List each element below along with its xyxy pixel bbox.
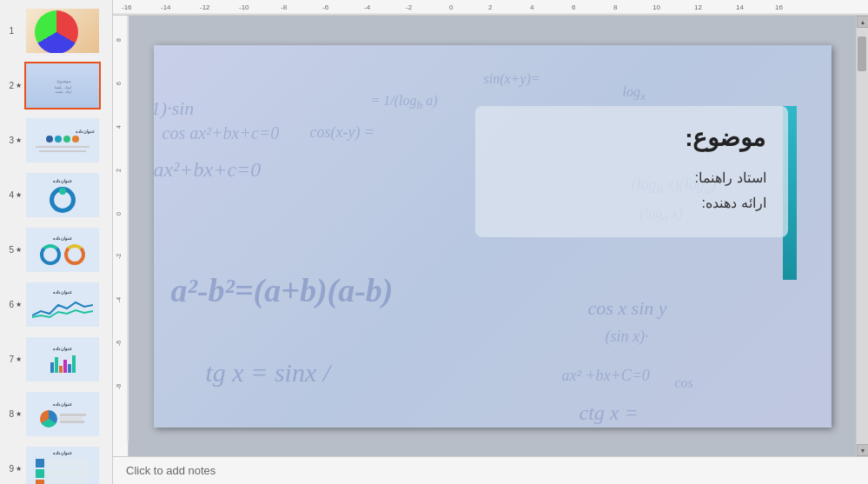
math-expr: -1)·sin xyxy=(154,97,195,120)
slide-item[interactable]: 5 ★ عنوان داده xyxy=(0,222,112,277)
svg-text:8: 8 xyxy=(116,38,122,42)
svg-text:0: 0 xyxy=(449,4,454,12)
svg-text:-4: -4 xyxy=(364,4,371,12)
slide-thumbnail[interactable] xyxy=(24,7,101,55)
svg-text:0: 0 xyxy=(116,212,122,215)
notes-placeholder: Click to add notes xyxy=(126,464,215,477)
slide-star: ★ xyxy=(16,355,23,363)
slide-star: ★ xyxy=(16,301,23,308)
slide-thumbnail[interactable]: عنوان داده xyxy=(24,116,101,164)
vertical-scrollbar[interactable]: ▲ ▼ xyxy=(856,16,868,456)
slide-number: 2 xyxy=(2,81,14,90)
ruler-canvas: -16 -14 -12 -10 -8 -6 -4 -2 0 2 4 6 8 10… xyxy=(113,0,868,15)
slide-star: ★ xyxy=(16,191,23,199)
slide-canvas[interactable]: -1)·sin cos ax²+bx+c=0 ax²+bx+c=0 a²-b²=… xyxy=(129,16,856,456)
scroll-down-button[interactable]: ▼ xyxy=(857,444,868,456)
thumb-content: عنوان داده xyxy=(26,447,99,484)
slide-number: 4 xyxy=(2,190,14,200)
math-expr: sin(x+y)= xyxy=(484,71,540,87)
notes-area[interactable]: Click to add notes xyxy=(113,456,868,484)
thumb-content: عنوان داده xyxy=(26,392,99,436)
slide-thumbnail[interactable]: عنوان داده xyxy=(24,171,101,219)
slide-item[interactable]: 6 ★ عنوان داده xyxy=(0,277,112,332)
scroll-track[interactable] xyxy=(857,28,868,444)
svg-text:-8: -8 xyxy=(116,384,122,389)
slide-star: ★ xyxy=(16,410,23,418)
slide-item[interactable]: 1 xyxy=(0,3,112,58)
svg-text:-12: -12 xyxy=(200,4,210,12)
thumb-content: موضوع: استاد راهنما: ارائه دهنده: xyxy=(26,63,99,108)
svg-text:14: 14 xyxy=(736,4,745,12)
slide-number: 6 xyxy=(2,300,14,309)
math-expr: ax²+bx+c=0 xyxy=(154,158,262,182)
thumb-content: عنوان داده xyxy=(26,173,99,217)
svg-text:4: 4 xyxy=(116,125,122,129)
math-expr: cos xyxy=(675,375,693,391)
slide-item[interactable]: 3 ★ عنوان داده xyxy=(0,113,112,168)
thumb-content: عنوان داده xyxy=(26,282,99,327)
slide-star: ★ xyxy=(16,246,23,254)
svg-text:8: 8 xyxy=(613,4,617,12)
svg-text:6: 6 xyxy=(116,82,122,85)
slide-item[interactable]: 8 ★ عنوان داده xyxy=(0,387,112,441)
math-expr: tg x = sinx / xyxy=(206,358,331,388)
svg-rect-19 xyxy=(113,16,129,441)
slide-star: ★ xyxy=(16,465,23,473)
ruler-left-canvas: 8 6 4 2 0 -2 -4 -6 -8 xyxy=(113,16,129,441)
svg-text:12: 12 xyxy=(694,4,702,12)
slide-number: 1 xyxy=(2,26,14,36)
svg-text:-10: -10 xyxy=(239,4,249,12)
slide-item[interactable]: 7 ★ عنوان داده xyxy=(0,332,112,387)
advisor-label: استاد راهنما: xyxy=(497,169,766,186)
svg-text:2: 2 xyxy=(116,169,122,172)
thumb-content: عنوان داده xyxy=(26,337,99,381)
thumb-content: عنوان داده xyxy=(26,118,99,162)
slide-number: 8 xyxy=(2,409,14,419)
svg-text:2: 2 xyxy=(488,4,492,12)
scroll-up-button[interactable]: ▲ xyxy=(857,16,868,28)
slide-star xyxy=(16,27,23,35)
scroll-thumb[interactable] xyxy=(858,36,866,71)
math-expr: = 1/(logb a) xyxy=(371,93,438,112)
slide-thumbnail[interactable]: عنوان داده xyxy=(24,226,101,274)
svg-text:-14: -14 xyxy=(161,4,171,12)
slide-item[interactable]: 2 ★ موضوع: استاد راهنما: ارائه دهنده: xyxy=(0,58,112,113)
math-expr: cos ax²+bx+c=0 xyxy=(162,123,280,143)
svg-text:-2: -2 xyxy=(116,254,122,259)
svg-text:16: 16 xyxy=(775,4,783,12)
ruler-left: 8 6 4 2 0 -2 -4 -6 -8 xyxy=(113,16,129,456)
math-expr: cos x sin y xyxy=(588,297,667,320)
slide-number: 3 xyxy=(2,136,14,145)
main-editing-area: -16 -14 -12 -10 -8 -6 -4 -2 0 2 4 6 8 10… xyxy=(113,0,868,484)
svg-text:-4: -4 xyxy=(116,297,122,302)
slide-thumbnail[interactable]: موضوع: استاد راهنما: ارائه دهنده: xyxy=(24,62,101,109)
thumb-content: عنوان داده xyxy=(26,228,99,272)
content-area: 8 6 4 2 0 -2 -4 -6 -8 -1)·sin cos ax²+bx… xyxy=(113,16,868,456)
slide-thumbnail[interactable]: عنوان داده xyxy=(24,390,101,438)
slide-thumbnail[interactable]: عنوان داده xyxy=(24,445,101,484)
math-expr: ctg x = xyxy=(580,401,639,425)
svg-text:4: 4 xyxy=(530,4,534,12)
slide-number: 7 xyxy=(2,355,14,364)
slide-number: 5 xyxy=(2,245,14,255)
slide-thumbnail[interactable]: عنوان داده xyxy=(24,281,101,328)
svg-text:6: 6 xyxy=(572,4,575,12)
slide-content-box[interactable]: موضوع: استاد راهنما: ارائه دهنده: xyxy=(475,106,788,237)
svg-text:-8: -8 xyxy=(281,4,287,12)
ruler-top: -16 -14 -12 -10 -8 -6 -4 -2 0 2 4 6 8 10… xyxy=(113,0,868,16)
math-expr: cos(x-y) = xyxy=(310,123,375,142)
math-expr: (sin x)· xyxy=(606,328,649,346)
thumb-content xyxy=(26,9,99,53)
math-expr: a²-b²=(a+b)(a-b) xyxy=(171,271,394,309)
svg-text:-6: -6 xyxy=(116,341,122,346)
slide-thumbnail[interactable]: عنوان داده xyxy=(24,335,101,383)
slide-title: موضوع: xyxy=(497,123,766,152)
math-expr: logx xyxy=(623,84,646,103)
slide-star: ★ xyxy=(16,136,23,144)
slide-item[interactable]: 4 ★ عنوان داده xyxy=(0,168,112,222)
slide-number: 9 xyxy=(2,464,14,474)
slide-item[interactable]: 9 ★ عنوان داده xyxy=(0,441,112,484)
slides-panel[interactable]: 1 2 ★ موضوع: استاد راهنما: ارائه دهنده: … xyxy=(0,0,113,484)
presenter-label: ارائه دهنده: xyxy=(497,195,766,211)
math-expr: ax² +bx+C=0 xyxy=(562,367,650,385)
